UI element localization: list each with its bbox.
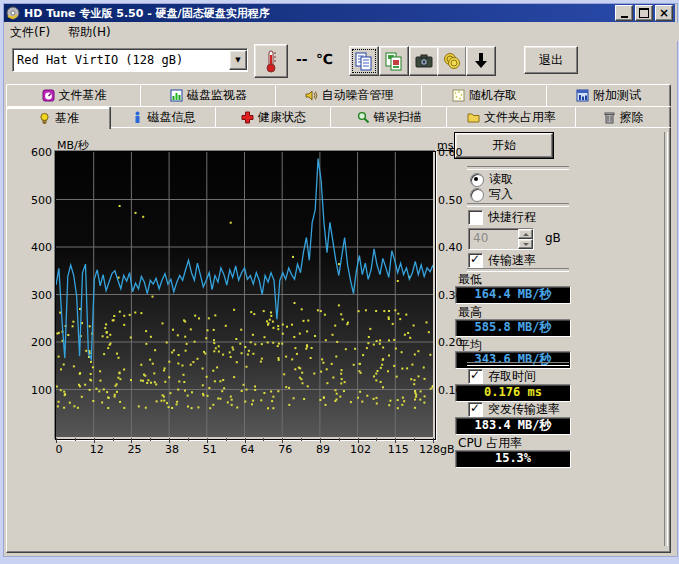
x-tick-mark	[207, 438, 208, 443]
spinner-down-button[interactable]	[518, 239, 533, 249]
tick-label: 0	[42, 443, 76, 456]
tab-extra-tests[interactable]: 附加测试	[546, 84, 671, 106]
copy-image-icon	[384, 51, 404, 71]
save-button[interactable]	[466, 46, 496, 76]
capacity-unit: gB	[545, 231, 561, 245]
x-tick-mark	[282, 438, 283, 443]
tick-label: 12	[80, 443, 114, 456]
tab-benchmark[interactable]: 基准	[6, 106, 111, 129]
minimize-button[interactable]	[615, 5, 633, 21]
tick-label: 100	[24, 384, 52, 397]
x-tick-mark	[339, 438, 340, 441]
x-tick-mark	[376, 438, 377, 441]
capacity-value: 40	[469, 229, 518, 249]
radio-write[interactable]: 写入	[470, 186, 513, 203]
x-tick-mark	[113, 438, 114, 441]
bars-icon	[170, 89, 183, 102]
checkbox-short-stroke[interactable]: ✓ 快捷行程	[468, 209, 536, 226]
tab-erase[interactable]: 擦除	[575, 106, 671, 128]
x-tick-mark	[131, 438, 132, 443]
thermometer-button[interactable]	[254, 44, 288, 78]
tab-acoustic-management[interactable]: 自动噪音管理	[275, 84, 423, 106]
transfer-rate-checkbox: ✓	[468, 253, 483, 268]
panel-divider	[664, 132, 668, 546]
random-icon	[452, 89, 465, 102]
x-tick-mark	[263, 438, 264, 441]
x-tick-mark	[56, 438, 57, 443]
x-tick-mark	[245, 438, 246, 443]
extra-tests-icon	[576, 89, 589, 102]
tick-label: 500	[24, 194, 52, 207]
scan-icon	[357, 111, 370, 124]
checkbox-transfer-rate[interactable]: ✓ 传输速率	[468, 252, 536, 269]
access-time-checkbox: ✓	[468, 369, 483, 384]
chevron-down-icon[interactable]: ▼	[229, 50, 247, 70]
maximize-button[interactable]	[635, 5, 653, 21]
burst-rate-checkbox: ✓	[468, 402, 483, 417]
burst-rate-value: 183.4 MB/秒	[455, 417, 571, 435]
separator	[467, 268, 569, 272]
min-value: 164.4 MB/秒	[455, 286, 571, 304]
erase-icon	[603, 111, 616, 124]
tick-label: 0.30	[438, 289, 463, 302]
x-tick-mark	[150, 438, 151, 441]
x-tick-mark	[358, 438, 359, 443]
tab-folder-usage[interactable]: 文件夹占用率	[446, 106, 577, 128]
tick-label: 0.40	[438, 241, 463, 254]
tick-label: 38	[155, 443, 189, 456]
titlebar: HD Tune 专业版 5.50 - 硬盘/固态硬盘实用程序 ×	[4, 4, 675, 22]
tick-label: 0.60	[438, 146, 463, 159]
radio-write-circle	[470, 188, 484, 202]
tick-label: 200	[24, 336, 52, 349]
donate-button[interactable]	[437, 46, 467, 76]
short-stroke-checkbox: ✓	[468, 210, 483, 225]
tick-label: 51	[193, 443, 227, 456]
menubar: 文件(F) 帮助(H)	[4, 23, 679, 41]
cpu-value: 15.3%	[455, 450, 571, 468]
copy-text-button[interactable]	[349, 46, 379, 76]
x-tick-mark	[75, 438, 76, 441]
copy-image-button[interactable]	[379, 46, 409, 76]
drive-select[interactable]: Red Hat VirtIO (128 gB) ▼	[12, 48, 248, 72]
tab-disk-info[interactable]: 磁盘信息	[109, 106, 217, 128]
tick-label: 0.10	[438, 384, 463, 397]
x-tick-mark	[226, 438, 227, 441]
access-time-value: 0.176 ms	[455, 384, 571, 402]
avg-value: 343.6 MB/秒	[455, 351, 571, 369]
tick-label: 0.50	[438, 194, 463, 207]
tab-random-access[interactable]: 随机存取	[421, 84, 548, 106]
x-tick-mark	[188, 438, 189, 441]
menu-help[interactable]: 帮助(H)	[68, 24, 110, 41]
spinner-up-button[interactable]	[518, 229, 533, 239]
tab-health[interactable]: 健康状态	[215, 106, 332, 128]
x-tick-mark	[301, 438, 302, 441]
tab-error-scan[interactable]: 错误扫描	[330, 106, 448, 128]
tick-label: 89	[306, 443, 340, 456]
start-button[interactable]: 开始	[455, 133, 553, 158]
tick-label: 76	[268, 443, 302, 456]
drive-select-value: Red Hat VirtIO (128 gB)	[13, 53, 229, 67]
x-tick-mark	[169, 438, 170, 443]
tick-label: 0.20	[438, 336, 463, 349]
separator	[467, 166, 569, 170]
speaker-icon	[305, 89, 318, 102]
close-icon: ×	[659, 8, 669, 18]
checkbox-burst-rate[interactable]: ✓ 突发传输速率	[468, 401, 560, 418]
radio-read-circle	[470, 173, 484, 187]
tab-file-benchmark[interactable]: 文件基准	[6, 84, 142, 106]
menu-file[interactable]: 文件(F)	[10, 24, 50, 41]
coins-icon	[442, 51, 462, 71]
app-icon	[6, 6, 20, 20]
benchmark-chart	[55, 151, 436, 440]
tab-disk-monitor[interactable]: 磁盘监视器	[140, 84, 277, 106]
checkbox-access-time[interactable]: ✓ 存取时间	[468, 368, 536, 385]
tick-label: 600	[24, 146, 52, 159]
screenshot-button[interactable]	[409, 46, 439, 76]
gauge-icon	[42, 89, 55, 102]
exit-button[interactable]: 退出	[524, 46, 578, 74]
save-down-icon	[471, 51, 491, 71]
capacity-spinner[interactable]: 40	[468, 228, 534, 250]
x-tick-mark	[395, 438, 396, 443]
close-button[interactable]: ×	[655, 5, 673, 21]
temperature-unit: ℃	[316, 51, 333, 67]
